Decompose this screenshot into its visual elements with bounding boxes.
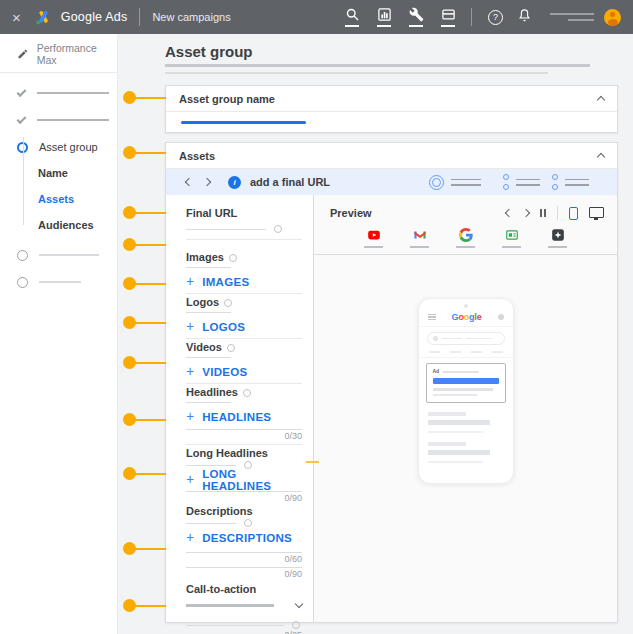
annotation-dot [123,599,166,612]
preview-prev-button[interactable] [505,209,513,217]
help-icon[interactable] [227,344,235,352]
preview-next-button[interactable] [522,209,530,217]
add-headlines-button[interactable]: + HEADLINES [186,410,302,423]
section-divider [186,293,302,294]
description-short-input[interactable] [186,552,302,553]
substep-assets[interactable]: Assets [0,192,117,206]
videos-label: Videos [186,342,302,353]
mobile-device-toggle[interactable] [569,207,578,220]
display-network-icon [504,228,520,242]
search-button[interactable] [337,7,367,27]
help-icon[interactable] [229,254,237,262]
videos-input[interactable] [186,357,231,358]
billing-icon [441,7,456,22]
annotation-dot [123,356,166,369]
desktop-device-toggle[interactable] [589,207,604,218]
help-icon[interactable] [243,389,251,397]
step-completed-2[interactable] [0,113,117,127]
phone-divider [419,326,513,327]
help-icon[interactable] [224,299,232,307]
assets-info-banner: i add a final URL [166,169,617,195]
headline-text-input[interactable] [186,429,302,430]
step-asset-group[interactable]: Asset group [0,140,117,154]
channel-tab-google-search[interactable] [456,228,475,248]
card-title: Assets [179,150,215,162]
billing-button[interactable] [433,7,463,27]
info-icon: i [228,176,241,189]
check-icon [17,114,27,124]
mobile-preview-mockup: Google Ad [418,298,514,484]
youtube-icon [366,228,382,242]
add-descriptions-button[interactable]: + DESCRIPTIONS [186,531,302,544]
top-app-bar: × Google Ads New campaigns [0,0,633,34]
tab-underline [364,246,383,248]
descriptions-input[interactable] [186,519,302,527]
campaign-steps-sidebar: Performance Max Asset group Name Assets … [0,34,118,634]
add-videos-button[interactable]: + VIDEOS [186,365,302,378]
asset-group-name-header[interactable]: Asset group name [166,86,617,112]
product-name: Google Ads [61,10,128,24]
images-input[interactable] [186,267,231,268]
final-url-input[interactable] [186,225,302,233]
chevron-down-icon [295,600,303,608]
banner-message[interactable]: add a final URL [250,176,330,188]
reports-button[interactable] [369,7,399,27]
annotation-dot [123,316,166,329]
avatar[interactable] [604,9,621,26]
add-logos-button[interactable]: + LOGOS [186,320,302,333]
help-icon[interactable] [292,621,300,629]
channel-tab-discover[interactable] [548,228,567,248]
assets-card: Assets i add a final URL Fi [165,142,618,623]
channel-tab-display[interactable] [502,228,521,248]
close-icon[interactable]: × [12,10,21,25]
asset-group-name-input[interactable] [166,112,617,133]
help-icon[interactable]: ? [488,10,503,25]
pencil-icon[interactable] [17,48,29,60]
redacted-step-title [39,254,99,256]
asset-form: Final URL Images + IMAGES Logos [166,195,314,622]
help-icon[interactable] [274,225,282,233]
assets-header[interactable]: Assets [166,143,617,169]
add-long-headlines-button[interactable]: + LONG HEADLINES [186,473,302,486]
long-headline-char-counter: 0/90 [186,494,302,503]
phone-result-tabs [429,351,503,353]
pause-icon[interactable] [540,209,546,217]
business-name-input[interactable] [186,621,302,629]
section-divider [186,338,302,339]
step-label: Asset group [39,141,98,153]
ad-description-bar [433,394,478,397]
substep-audiences[interactable]: Audiences [0,218,117,232]
ad-headline-bar [433,378,499,384]
step-upcoming-1[interactable] [0,248,117,262]
plus-icon: + [186,365,194,378]
substep-name[interactable]: Name [0,166,117,180]
page-label: New campaigns [152,11,230,23]
description-long-input[interactable] [186,567,302,568]
preview-divider [314,254,617,255]
banner-status-redacted [429,175,481,190]
section-divider [186,383,302,384]
chevron-up-icon[interactable] [597,96,605,104]
topbar-divider [471,8,472,26]
call-to-action-select[interactable] [186,599,302,611]
add-images-button[interactable]: + IMAGES [186,275,302,288]
chevron-up-icon[interactable] [597,153,605,161]
phone-ad-preview: Ad [426,363,506,403]
help-icon[interactable] [244,519,252,527]
banner-next-button[interactable] [204,179,222,185]
banner-status-redacted [503,174,540,190]
tool-underline [409,25,423,27]
search-icon [433,336,438,341]
tools-settings-button[interactable] [401,7,431,27]
asset-group-name-card: Asset group name [165,85,618,133]
channel-tab-gmail[interactable] [410,228,429,248]
step-upcoming-2[interactable] [0,275,117,289]
logos-input[interactable] [186,312,231,313]
avatar-person-icon [608,19,618,26]
channel-tab-youtube[interactable] [364,228,383,248]
banner-prev-button[interactable] [186,179,204,185]
headlines-input[interactable] [186,402,231,403]
step-completed-1[interactable] [0,86,117,100]
notifications-button[interactable] [517,8,532,27]
long-headlines-label: Long Headlines [186,448,302,459]
